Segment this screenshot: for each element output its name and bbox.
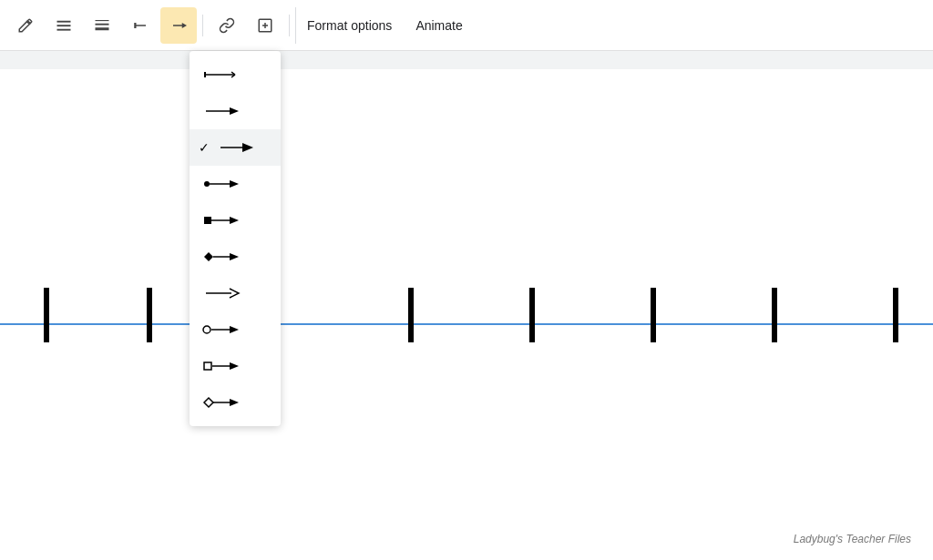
svg-marker-18 xyxy=(230,107,239,115)
arrow-diamond-icon xyxy=(200,248,244,266)
tick-6 xyxy=(651,288,656,342)
arrow-option-normal[interactable] xyxy=(190,93,281,129)
end-arrow-icon xyxy=(170,17,187,34)
divider-1 xyxy=(202,15,203,36)
arrow-filled-icon xyxy=(215,138,259,157)
format-options-button[interactable]: Format options xyxy=(295,7,403,44)
svg-marker-39 xyxy=(204,398,213,407)
svg-point-33 xyxy=(203,326,210,333)
divider-2 xyxy=(289,15,290,36)
main-canvas: Ladybug's Teacher Files xyxy=(0,51,933,560)
selected-checkmark: ✓ xyxy=(199,140,210,155)
svg-rect-7 xyxy=(134,23,136,28)
arrow-option-open-circle[interactable] xyxy=(190,311,281,348)
arrow-option-small[interactable] xyxy=(190,56,281,93)
svg-rect-3 xyxy=(96,20,109,21)
svg-marker-22 xyxy=(230,180,239,188)
arrow-open-square-icon xyxy=(200,357,244,375)
svg-point-23 xyxy=(204,181,210,187)
arrow-option-open-diamond[interactable] xyxy=(190,384,281,421)
svg-rect-16 xyxy=(204,72,206,77)
animate-label: Animate xyxy=(415,18,462,33)
top-strip xyxy=(0,51,933,69)
svg-rect-4 xyxy=(96,23,109,25)
arrow-dot-icon xyxy=(200,175,244,193)
arrow-option-filled[interactable]: ✓ xyxy=(190,129,281,166)
svg-marker-32 xyxy=(230,326,239,333)
tick-2 xyxy=(147,288,152,342)
arrow-option-dot[interactable] xyxy=(190,166,281,202)
svg-marker-38 xyxy=(230,399,239,406)
arrow-dropdown-menu: ✓ xyxy=(190,51,281,426)
watermark: Ladybug's Teacher Files xyxy=(794,533,911,545)
toolbar: Format options Animate xyxy=(0,0,933,51)
add-icon xyxy=(257,17,273,34)
line-weight-icon xyxy=(94,17,110,34)
tick-5 xyxy=(529,288,535,342)
tick-1 xyxy=(44,288,49,342)
svg-marker-25 xyxy=(230,217,239,224)
svg-marker-29 xyxy=(204,252,213,261)
svg-marker-9 xyxy=(182,23,187,28)
arrow-open-icon xyxy=(200,284,244,302)
arrow-option-diamond[interactable] xyxy=(190,239,281,275)
svg-rect-36 xyxy=(204,362,211,370)
link-icon xyxy=(219,17,235,34)
pencil-icon xyxy=(17,17,34,34)
link-button[interactable] xyxy=(209,7,245,44)
arrow-small-icon xyxy=(200,66,244,84)
line-style-button[interactable] xyxy=(46,7,82,44)
format-options-label: Format options xyxy=(307,18,392,33)
line-weight-button[interactable] xyxy=(84,7,120,44)
svg-rect-5 xyxy=(96,27,109,30)
arrow-open-diamond-icon xyxy=(200,393,244,412)
svg-rect-0 xyxy=(57,20,71,22)
arrow-option-open-square[interactable] xyxy=(190,348,281,384)
tick-4 xyxy=(408,288,414,342)
timeline-line xyxy=(0,323,933,325)
arrow-open-circle-icon xyxy=(200,321,244,339)
svg-marker-35 xyxy=(230,362,239,370)
arrow-normal-icon xyxy=(200,102,244,120)
arrow-option-open[interactable] xyxy=(190,275,281,311)
add-button[interactable] xyxy=(247,7,283,44)
tick-7 xyxy=(772,288,777,342)
svg-rect-26 xyxy=(204,217,211,224)
animate-button[interactable]: Animate xyxy=(405,7,473,44)
end-arrow-button[interactable] xyxy=(160,7,197,44)
start-arrow-button[interactable] xyxy=(122,7,159,44)
arrow-square-icon xyxy=(200,211,244,229)
canvas-area xyxy=(0,69,933,560)
line-style-icon xyxy=(56,17,72,34)
svg-marker-20 xyxy=(242,143,253,152)
svg-marker-28 xyxy=(230,253,239,260)
svg-rect-1 xyxy=(57,25,71,26)
svg-rect-2 xyxy=(57,28,71,30)
tick-8 xyxy=(893,288,898,342)
pencil-button[interactable] xyxy=(7,7,44,44)
watermark-text: Ladybug's Teacher Files xyxy=(794,533,911,545)
arrow-option-square[interactable] xyxy=(190,202,281,239)
start-arrow-icon xyxy=(132,17,149,34)
